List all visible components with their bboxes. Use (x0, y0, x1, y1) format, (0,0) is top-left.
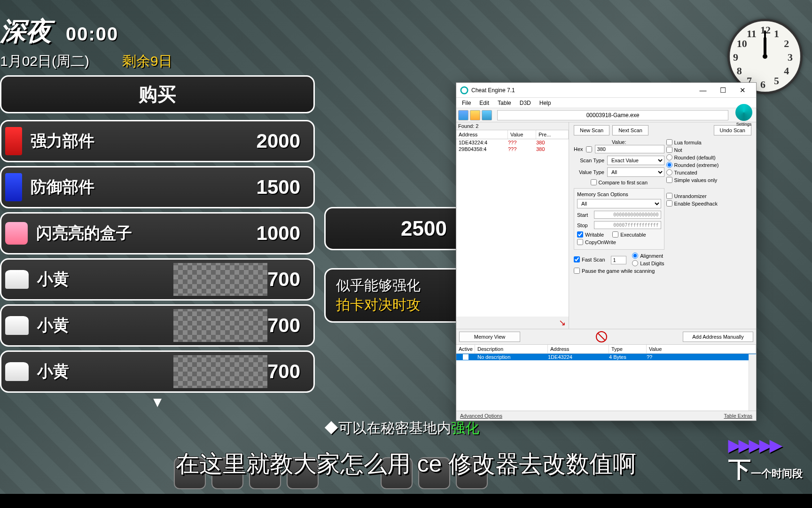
shop-item-name: 小黄 (37, 315, 164, 336)
value-input[interactable] (595, 145, 664, 153)
table-extras-link[interactable]: Table Extras (724, 413, 752, 419)
stop-input[interactable] (594, 221, 661, 229)
shop-item-name: 强力部件 (31, 130, 257, 152)
rounded-default-radio[interactable] (666, 154, 672, 160)
value-type-label: Value Type (574, 169, 604, 175)
stop-icon[interactable] (596, 331, 607, 342)
add-to-list-arrow-icon[interactable]: ↘ (556, 317, 569, 329)
menu-file[interactable]: File (458, 99, 475, 107)
col-type[interactable]: Type (609, 345, 647, 353)
scrollbar[interactable] (749, 354, 756, 411)
menu-edit[interactable]: Edit (476, 99, 493, 107)
censored-icon (173, 355, 267, 388)
value-type-select[interactable]: All (607, 167, 664, 177)
item-icon (5, 316, 29, 335)
shop-item[interactable]: 闪亮亮的盒子 1000 (0, 212, 315, 254)
svg-point-0 (461, 87, 468, 93)
writable-checkbox[interactable] (577, 231, 583, 238)
shop-item-name: 小黄 (37, 269, 164, 290)
address-row[interactable]: No description 1DE43224 4 Bytes ?? (456, 354, 756, 360)
address-table[interactable]: Active Description Address Type Value No… (456, 345, 756, 411)
col-previous[interactable]: Pre... (536, 130, 569, 139)
compare-first-checkbox[interactable] (591, 179, 597, 185)
col-description[interactable]: Description (475, 345, 548, 353)
selected-price: 2500 (324, 207, 465, 250)
hint-text: ◆可以在秘密基地内强化 (324, 419, 479, 438)
pause-checkbox[interactable] (574, 268, 580, 274)
result-row[interactable]: 1DE43224:4 ??? 380 (456, 139, 569, 146)
col-address[interactable]: Address (548, 345, 609, 353)
fast-scan-value[interactable] (611, 256, 627, 264)
advanced-options-link[interactable]: Advanced Options (460, 413, 502, 419)
menu-help[interactable]: Help (536, 99, 555, 107)
settings-label[interactable]: Settings (734, 122, 754, 127)
undo-scan-button[interactable]: Undo Scan (714, 125, 751, 135)
chevron-right-icon: ▶▶▶▶▶ (728, 436, 803, 454)
next-scan-button[interactable]: Next Scan (612, 125, 648, 135)
value-label: Value: (574, 139, 664, 145)
lua-checkbox[interactable] (666, 139, 672, 145)
defense-part-icon (5, 173, 22, 201)
window-titlebar[interactable]: Cheat Engine 7.1 — ☐ ✕ (456, 83, 756, 98)
memory-view-button[interactable]: Memory View (459, 332, 520, 342)
menu-table[interactable]: Table (494, 99, 515, 107)
settings-icon[interactable] (735, 104, 752, 121)
start-input[interactable] (594, 211, 661, 219)
shop-item[interactable]: 防御部件 1500 (0, 166, 315, 208)
shop-item[interactable]: 小黄 700 (0, 304, 315, 347)
scan-type-select[interactable]: Exact Value (607, 156, 664, 165)
shop-item[interactable]: 强力部件 2000 (0, 120, 315, 162)
unrandomizer-checkbox[interactable] (666, 193, 672, 199)
hex-checkbox[interactable] (586, 146, 592, 152)
shop-item-name: 闪亮亮的盒子 (36, 222, 257, 244)
open-icon[interactable] (470, 110, 480, 120)
executable-checkbox[interactable] (612, 231, 618, 238)
simple-checkbox[interactable] (666, 177, 672, 183)
col-value[interactable]: Value (647, 345, 756, 353)
active-checkbox[interactable] (463, 354, 468, 360)
add-address-button[interactable]: Add Address Manually (683, 332, 753, 342)
window-title: Cheat Engine 7.1 (471, 87, 693, 94)
time-skip-button[interactable]: ▶▶▶▶▶ 下一个时间段 (728, 436, 803, 484)
shop-panel: 购买 强力部件 2000 防御部件 1500 闪亮亮的盒子 1000 小黄 70… (0, 75, 315, 410)
hex-label: Hex (574, 146, 583, 152)
col-value[interactable]: Value (508, 130, 536, 139)
shop-item-price: 700 (267, 268, 300, 291)
mem-option-select[interactable]: All (577, 199, 661, 208)
col-active[interactable]: Active (456, 345, 475, 353)
shop-item[interactable]: 小黄 700 (0, 258, 315, 301)
maximize-button[interactable]: ☐ (713, 84, 733, 97)
menu-bar: File Edit Table D3D Help (456, 98, 756, 108)
hud-period: 深夜 (0, 14, 52, 49)
process-select-icon[interactable] (458, 110, 468, 120)
last-digits-radio[interactable] (632, 260, 638, 266)
found-count: Found: 2 (456, 122, 569, 130)
result-row[interactable]: 29B04358:4 ??? 380 (456, 146, 569, 152)
new-scan-button[interactable]: New Scan (574, 125, 609, 135)
truncated-radio[interactable] (666, 169, 672, 175)
shop-item-price: 1000 (257, 222, 300, 245)
shop-item-price: 700 (267, 360, 300, 383)
close-button[interactable]: ✕ (733, 84, 752, 97)
cow-checkbox[interactable] (577, 239, 583, 245)
process-name: 00003918-Game.exe (497, 110, 728, 120)
fast-scan-checkbox[interactable] (574, 256, 580, 262)
censored-icon (173, 309, 267, 342)
speedhack-checkbox[interactable] (666, 200, 672, 206)
rounded-extreme-radio[interactable] (666, 162, 672, 168)
shop-title: 购买 (0, 75, 315, 113)
menu-d3d[interactable]: D3D (516, 99, 535, 107)
shop-item[interactable]: 小黄 700 (0, 350, 315, 393)
cheat-engine-window: Cheat Engine 7.1 — ☐ ✕ File Edit Table D… (456, 82, 757, 421)
hud-remaining-days: 剩余9日 (122, 52, 172, 71)
video-subtitle: 在这里就教大家怎么用 ce 修改器去改数值啊 (176, 448, 637, 480)
save-icon[interactable] (482, 110, 492, 120)
alignment-radio[interactable] (632, 253, 638, 259)
minimize-button[interactable]: — (693, 84, 713, 97)
col-address[interactable]: Address (456, 130, 508, 139)
scroll-down-arrow[interactable]: ▼ (0, 394, 315, 410)
shop-item-price: 2000 (257, 130, 300, 152)
bottom-bar (0, 494, 812, 508)
not-checkbox[interactable] (666, 147, 672, 153)
results-list[interactable]: 1DE43224:4 ??? 380 29B04358:4 ??? 380 (456, 139, 569, 317)
